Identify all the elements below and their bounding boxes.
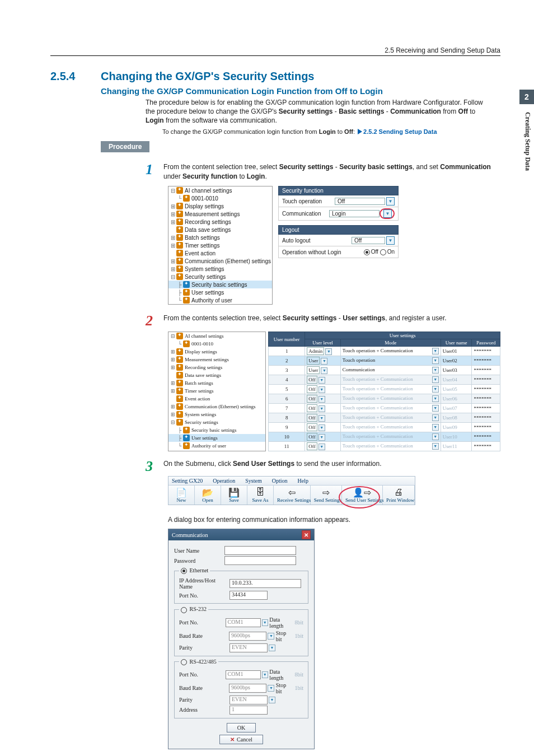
menubar[interactable]: Setting GX20OperationSystemOptionHelp: [168, 477, 415, 485]
radio-on[interactable]: On: [380, 249, 395, 255]
step3-note1: A dialog box for entering communication …: [168, 515, 500, 524]
section-title: Changing the GX/GP's Security Settings: [101, 70, 314, 83]
subsection-title: Changing the GX/GP Communication Login F…: [101, 86, 500, 96]
close-icon[interactable]: ✕: [302, 530, 311, 539]
procedure-label: Procedure: [101, 141, 149, 152]
chevron-down-icon[interactable]: ▼: [383, 209, 392, 218]
table-row[interactable]: 7Off▼Touch operation + Communication ▼Us…: [268, 404, 500, 413]
toolbar-button-save-as[interactable]: 🗄Save As: [247, 486, 274, 505]
table-row[interactable]: 3User▼Communication ▼User03*******: [268, 366, 500, 375]
auto-logout-select[interactable]: Off: [352, 237, 385, 244]
toolbar-button-receive-settings[interactable]: ⇦Receive Settings: [274, 486, 311, 505]
port-input[interactable]: 34434: [229, 591, 268, 600]
rs232-baud-select[interactable]: 9600bps: [229, 632, 266, 641]
breadcrumb: 2.5 Receiving and Sending Setup Data: [50, 45, 500, 55]
chapter-tab: 2: [519, 90, 534, 104]
step-1-text: From the content selection tree, select …: [163, 162, 500, 181]
step-3-number: 3: [146, 459, 163, 474]
panel-title-security-function: Security function: [278, 186, 399, 195]
step2-tree[interactable]: ⊟AI channel settings └0001-0010 ⊞Display…: [168, 332, 266, 451]
rs485-parity-select[interactable]: EVEN: [229, 696, 268, 704]
highlight-ring: ▼: [380, 208, 395, 219]
rs232-port-select[interactable]: COM1: [226, 618, 261, 627]
table-row[interactable]: 6Off▼Touch operation + Communication ▼Us…: [268, 394, 500, 404]
step-3-text: On the Submenu, click Send User Settings…: [163, 459, 500, 469]
chapter-label: Creating Setup Data: [523, 112, 532, 171]
dialog-title: Communication: [172, 532, 208, 538]
table-row[interactable]: 2User▼Touch operation ▼User02*******: [268, 356, 500, 366]
rs485-port-select[interactable]: COM1: [226, 670, 261, 679]
chevron-down-icon[interactable]: ▼: [262, 671, 268, 678]
touch-operation-select[interactable]: Off: [335, 198, 385, 205]
table-row[interactable]: 1Admin▼Touch operation + Communication ▼…: [268, 347, 500, 356]
toolbar-button-new[interactable]: 📄New: [168, 486, 195, 505]
toolbar-button-send-settings[interactable]: ⇨Send Settings: [311, 486, 342, 505]
user-name-input[interactable]: [224, 546, 296, 555]
menu-item[interactable]: Help: [298, 478, 308, 484]
table-row[interactable]: 4Off▼Touch operation + Communication ▼Us…: [268, 375, 500, 385]
chevron-down-icon[interactable]: ▼: [268, 633, 274, 640]
radio-off[interactable]: Off: [364, 249, 378, 255]
chevron-down-icon[interactable]: ▼: [386, 197, 395, 206]
cancel-button[interactable]: ✕Cancel: [219, 735, 263, 744]
toolbar-button-open[interactable]: 📂Open: [195, 486, 221, 505]
intro-crossref: To change the GX/GP communication login …: [162, 128, 500, 136]
step1-tree[interactable]: ⊟AI channel settings └0001-0010 ⊞Display…: [168, 186, 273, 305]
table-row[interactable]: 8Off▼Touch operation + Communication ▼Us…: [268, 413, 500, 423]
intro-paragraph: The procedure below is for enabling the …: [146, 98, 493, 125]
menu-item[interactable]: Setting GX20: [172, 478, 203, 484]
rs485-group: RS-422/485 Port No. COM1▼ Data length 8b…: [174, 659, 308, 718]
button-bar[interactable]: 📄New📂Open💾Save🗄Save As⇦Receive Settings⇨…: [168, 485, 415, 505]
rs232-parity-select[interactable]: EVEN: [229, 643, 268, 652]
chevron-down-icon[interactable]: ▼: [386, 236, 395, 245]
ethernet-group: Ethernet IP Address/Host Name10.0.233. P…: [174, 567, 308, 604]
rs485-baud-select[interactable]: 9600bps: [229, 684, 266, 693]
rs485-address-input[interactable]: 1: [229, 706, 268, 715]
step-2-number: 2: [146, 314, 163, 328]
table-row[interactable]: 5Off▼Touch operation + Communication ▼Us…: [268, 385, 500, 394]
ip-address-input[interactable]: 10.0.233.: [229, 579, 301, 588]
user-settings-table[interactable]: User numberUser settings User level Mode…: [268, 332, 500, 451]
section-number: 2.5.4: [50, 70, 101, 83]
table-row[interactable]: 10Off▼Touch operation + Communication ▼U…: [268, 432, 500, 442]
chevron-down-icon[interactable]: ▼: [269, 645, 275, 651]
panel-title-logout: Logout: [278, 225, 399, 235]
radio-rs232[interactable]: [181, 607, 187, 613]
chevron-down-icon[interactable]: ▼: [269, 697, 275, 703]
toolbar: Setting GX20OperationSystemOptionHelp 📄N…: [168, 476, 415, 505]
menu-item[interactable]: Operation: [213, 478, 235, 484]
step1-panel: Security function Touch operation Off ▼ …: [278, 186, 399, 258]
toolbar-button-save[interactable]: 💾Save: [221, 486, 247, 505]
radio-rs485[interactable]: [181, 659, 187, 665]
ok-button[interactable]: OK: [227, 723, 256, 732]
table-row[interactable]: 11Off▼Touch operation + Communication ▼U…: [268, 442, 500, 451]
communication-dialog: Communication ✕ User Name Password Ether…: [168, 529, 315, 749]
menu-item[interactable]: Option: [272, 478, 288, 484]
table-row[interactable]: 9Off▼Touch operation + Communication ▼Us…: [268, 423, 500, 432]
step-1-number: 1: [146, 162, 163, 177]
triangle-icon: [358, 129, 362, 134]
communication-select[interactable]: Login: [329, 210, 380, 217]
toolbar-button-send-user-settings[interactable]: 👤⇨Send User Settings: [342, 486, 383, 505]
xref-link[interactable]: 2.5.2 Sending Setup Data: [363, 128, 437, 135]
toolbar-button-print-window[interactable]: 🖨Print Window: [383, 486, 415, 505]
radio-ethernet[interactable]: [181, 568, 187, 574]
x-icon: ✕: [230, 736, 235, 743]
password-input[interactable]: [224, 556, 296, 565]
chevron-down-icon[interactable]: ▼: [268, 685, 274, 692]
step-2-text: From the contents selection tree, select…: [163, 314, 500, 323]
chevron-down-icon[interactable]: ▼: [262, 619, 268, 626]
rs232-group: RS-232 Port No. COM1▼ Data length 8bit B…: [174, 606, 308, 656]
menu-item[interactable]: System: [245, 478, 261, 484]
